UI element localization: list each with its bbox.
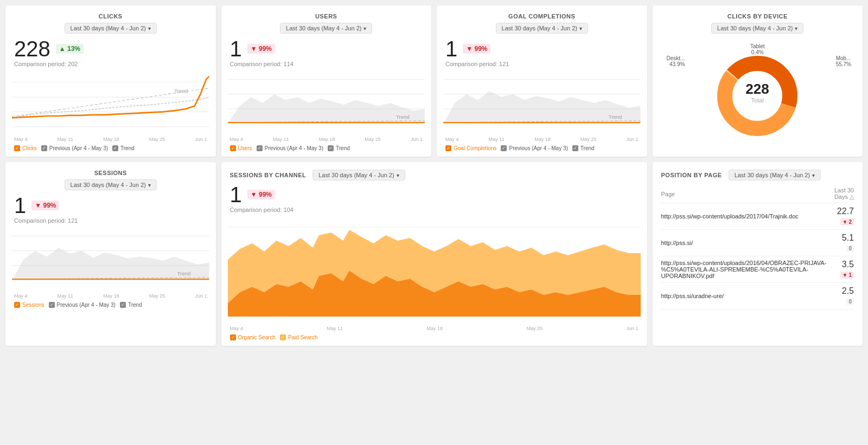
table-row: http://pss.si/wp-content/uploads/2016/04… [661,256,854,283]
svg-text:Trend: Trend [177,270,191,276]
sessions-legend: ✓ Sessions ✓ Previous (Apr 4 - May 3) ✓ … [14,302,207,308]
sessions-channel-header: SESSIONS BY CHANNEL Last 30 days (May 4 … [230,170,639,180]
sessions-chart: Trend [12,227,209,292]
svg-text:Total: Total [751,97,764,104]
sessions-value: 1 [14,195,26,216]
position-title: POSITION BY PAGE [661,172,722,178]
sessions-card: SESSIONS Last 30 days (May 4 - Jun 2) 1 … [5,162,216,346]
position-card: POSITION BY PAGE Last 30 days (May 4 - J… [653,162,863,346]
svg-text:Trend: Trend [174,88,188,94]
pos-val-3: 3.5 [842,260,854,269]
legend-clicks: ✓ Clicks [14,145,37,151]
clicks-title: CLICKS [14,13,207,20]
clicks-badge: ▲ 13% [56,44,84,54]
table-row: http://pss.si/uradne-ure/ 2.5 0 [661,283,854,309]
device-desktop-label: Deskt...43.9% [667,55,685,67]
sessions-channel-date-btn[interactable]: Last 30 days (May 4 - Jun 2) [312,170,405,180]
paid-label: Paid Search [288,334,317,340]
device-tablet-label: Tablet0.4% [750,43,765,55]
organic-check-icon: ✓ [230,334,236,340]
paid-check-icon: ✓ [280,334,286,340]
goals-trend-icon: ✓ [572,145,578,151]
clicks-card: CLICKS Last 30 days (May 4 - Jun 2) 228 … [5,5,216,157]
users-check-icon: ✓ [230,145,236,151]
pos-val-1: 22.7 [837,207,854,216]
sessions-prev-icon: ✓ [49,302,55,308]
sessions-x-axis: May 4May 11May 18May 25Jun 1 [14,293,207,299]
sessions-channel-comparison: Comparison period: 104 [230,207,639,213]
clicks-trend-check-icon: ✓ [112,145,118,151]
clicks-x-axis: May 4May 11May 18May 25Jun 1 [14,137,207,142]
sessions-channel-x-axis: May 4May 11May 18May 25Jun 1 [230,326,639,331]
goals-x-axis: May 4May 11May 18May 25Jun 1 [445,137,639,142]
pos-badge-3: ▼ 1 [840,272,854,279]
legend-clicks-trend: ✓ Trend [112,145,135,151]
goals-chart: Trend [443,70,641,136]
device-donut: 228 Total Deskt...43.9% Mob...55.7% Tabl… [661,39,854,147]
clicks-check-icon: ✓ [14,145,20,151]
svg-text:228: 228 [746,81,769,97]
device-mobile-label: Mob...55.7% [836,55,851,67]
sessions-channel-value: 1 [230,184,242,205]
users-card: USERS Last 30 days (May 4 - Jun 2) 1 ▼ 9… [221,5,432,157]
users-x-axis: May 4May 11May 18May 25Jun 1 [230,137,423,142]
table-row: http://pss.si/wp-content/uploads/2017/04… [661,203,854,230]
donut-svg: 228 Total [703,42,812,145]
users-date-btn[interactable]: Last 30 days (May 4 - Jun 2) [280,23,372,34]
users-prev-icon: ✓ [257,145,263,151]
users-chart: Trend [228,70,425,136]
sessions-channel-chart [228,216,641,325]
clicks-legend: ✓ Clicks ✓ Previous (Apr 4 - May 3) ✓ Tr… [14,145,207,151]
sessions-channel-title: SESSIONS BY CHANNEL [230,172,307,178]
users-trend-icon: ✓ [328,145,334,151]
svg-text:Trend: Trend [609,114,622,120]
sessions-channel-card: SESSIONS BY CHANNEL Last 30 days (May 4 … [221,162,647,346]
goals-prev-icon: ✓ [501,145,507,151]
device-title: CLICKS BY DEVICE [661,13,854,20]
sessions-trend-icon: ✓ [120,302,126,308]
svg-marker-10 [228,94,425,124]
sessions-check-icon: ✓ [14,302,20,308]
legend-clicks-prev: ✓ Previous (Apr 4 - May 3) [41,145,108,151]
sessions-badge: ▼ 99% [31,201,59,210]
device-card: CLICKS BY DEVICE Last 30 days (May 4 - J… [653,5,863,157]
goals-legend: ✓ Goal Completions ✓ Previous (Apr 4 - M… [445,145,639,151]
pos-page-1: http://pss.si/wp-content/uploads/2017/04… [661,203,831,230]
device-date-btn[interactable]: Last 30 days (May 4 - Jun 2) [711,23,803,34]
sessions-date-btn[interactable]: Last 30 days (May 4 - Jun 2) [65,179,157,190]
goals-check-icon: ✓ [445,145,451,151]
users-title: USERS [230,13,423,20]
col-page: Page [661,185,831,203]
pos-badge-2: 0 [846,245,854,252]
pos-badge-4: 0 [846,298,854,305]
clicks-comparison: Comparison period: 202 [14,61,207,67]
clicks-date-btn[interactable]: Last 30 days (May 4 - Jun 2) [65,23,157,34]
table-row: http://pss.si/ 5.1 0 [661,230,854,256]
goals-title: GOAL COMPLETIONS [445,13,639,20]
goals-comparison: Comparison period: 121 [445,61,639,67]
pos-page-3: http://pss.si/wp-content/uploads/2016/04… [661,256,831,283]
sessions-channel-legend: ✓ Organic Search ✓ Paid Search [230,334,639,340]
clicks-prev-check-icon: ✓ [41,145,47,151]
users-legend: ✓ Users ✓ Previous (Apr 4 - May 3) ✓ Tre… [230,145,423,151]
pos-val-4: 2.5 [842,286,854,295]
pos-page-4: http://pss.si/uradne-ure/ [661,283,831,309]
goals-badge: ▼ 99% [463,44,490,54]
goals-card: GOAL COMPLETIONS Last 30 days (May 4 - J… [437,5,647,157]
svg-text:Trend: Trend [396,114,410,120]
sessions-comparison: Comparison period: 121 [14,217,207,224]
col-days: Last 30 Days △ [831,185,854,203]
users-badge: ▼ 99% [247,44,275,54]
clicks-value: 228 [14,38,50,60]
organic-label: Organic Search [238,334,276,340]
sessions-title: SESSIONS [14,170,207,176]
pos-val-2: 5.1 [842,233,854,242]
sessions-channel-badge: ▼ 99% [247,190,275,199]
pos-page-2: http://pss.si/ [661,230,831,256]
pos-badge-1: ▼ 2 [840,218,854,225]
users-value: 1 [230,38,242,60]
goals-date-btn[interactable]: Last 30 days (May 4 - Jun 2) [496,23,588,34]
position-date-btn[interactable]: Last 30 days (May 4 - Jun 2) [729,170,821,180]
position-table: Page Last 30 Days △ http://pss.si/wp-con… [661,185,854,309]
goals-value: 1 [445,38,457,60]
